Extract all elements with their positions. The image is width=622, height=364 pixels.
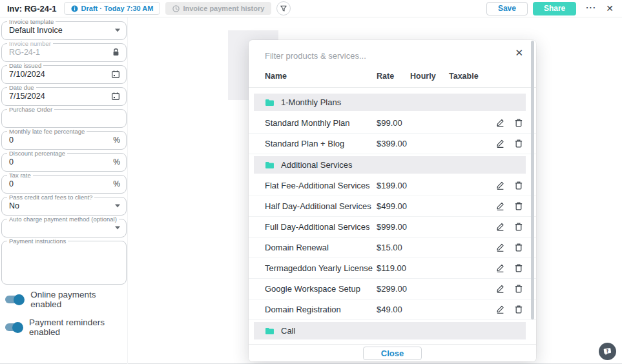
field-discount-percentage[interactable]: Discount percentage0% [1, 153, 127, 172]
form-fields: Invoice templateDefault InvoiceInvoice n… [1, 21, 127, 285]
chevron-down-icon [115, 29, 120, 32]
field-auto-charge-payment-method-optional[interactable]: Auto charge payment method (optional) [1, 219, 127, 238]
more-options-icon[interactable]: ··· [586, 3, 596, 12]
chevron-down-icon [115, 227, 120, 230]
modal-close-icon[interactable]: ✕ [515, 47, 523, 59]
category-row[interactable]: Call [254, 322, 526, 339]
product-row[interactable]: Flat Fee-Additional Services$199.00 [249, 176, 536, 196]
delete-product-button[interactable] [514, 243, 523, 252]
edit-icon [495, 305, 505, 314]
product-rate: $15.00 [377, 243, 410, 252]
field-value: 7/15/2024 [9, 92, 45, 101]
field-invoice-template[interactable]: Invoice templateDefault Invoice [1, 21, 127, 40]
folder-icon [265, 99, 275, 106]
top-bar: Inv: RG-24-1 Draft · Today 7:30 AM Invoi… [0, 0, 622, 17]
product-name: Half Day-Additional Services [265, 201, 377, 211]
draft-status-badge[interactable]: Draft · Today 7:30 AM [64, 2, 161, 15]
edit-product-button[interactable] [495, 305, 505, 314]
filter-button[interactable] [276, 1, 291, 15]
field-payment-instructions[interactable]: Payment instructions [1, 241, 127, 285]
product-rate: $199.00 [377, 181, 410, 190]
field-date-issued[interactable]: Date issued7/10/2024 [1, 65, 127, 84]
category-row[interactable]: Additional Services [254, 156, 526, 174]
delete-product-button[interactable] [514, 139, 523, 148]
field-label: Tax rate [7, 172, 33, 179]
category-row[interactable]: 1-Monthly Plans [254, 94, 526, 111]
product-row[interactable]: Half Day-Additional Services$499.00 [249, 196, 536, 217]
edit-icon [495, 139, 505, 148]
product-row[interactable]: Domain Renewal$15.00 [249, 238, 536, 258]
edit-product-button[interactable] [495, 263, 505, 273]
product-row[interactable]: Google Workspace Setup$299.00 [249, 279, 536, 299]
filter-products-input[interactable] [265, 51, 497, 61]
product-row[interactable]: Standard Plan + Blog$399.00 [249, 134, 536, 154]
field-label: Invoice template [7, 18, 56, 25]
field-label: Payment instructions [7, 238, 68, 245]
edit-product-button[interactable] [495, 201, 505, 211]
clock-icon [172, 5, 180, 12]
field-label: Date due [7, 84, 36, 91]
delete-product-button[interactable] [514, 118, 523, 128]
info-icon [71, 5, 78, 12]
save-button[interactable]: Save [486, 2, 528, 15]
product-name: Standard Monthly Plan [265, 118, 377, 128]
product-row[interactable]: Full Day-Additional Services$999.00 [249, 217, 536, 238]
payment-reminders-label: Payment reminders enabled [29, 318, 127, 337]
payment-reminders-toggle[interactable] [5, 323, 22, 331]
delete-product-button[interactable] [514, 222, 523, 232]
calendar-icon [111, 70, 120, 79]
field-monthly-late-fee-percentage[interactable]: Monthly late fee percentage0% [1, 131, 127, 150]
draft-status-label: Draft · Today 7:30 AM [81, 5, 154, 12]
product-name: Google Workspace Setup [265, 284, 377, 294]
online-payments-toggle[interactable] [5, 296, 23, 303]
field-tax-rate[interactable]: Tax rate0% [1, 175, 127, 194]
delete-icon [514, 284, 523, 294]
edit-product-button[interactable] [495, 222, 505, 232]
edit-product-button[interactable] [495, 284, 505, 294]
payment-reminders-toggle-row: Payment reminders enabled [5, 318, 127, 337]
modal-footer: Close [249, 344, 536, 361]
delete-product-button[interactable] [514, 263, 523, 273]
table-header-row: Name Rate Hourly Taxable [249, 65, 536, 88]
edit-product-button[interactable] [495, 181, 505, 190]
field-purchase-order[interactable]: Purchase Order [1, 109, 127, 128]
edit-product-button[interactable] [495, 243, 505, 252]
delete-icon [514, 201, 523, 211]
delete-icon [514, 139, 523, 148]
field-date-due[interactable]: Date due7/15/2024 [1, 87, 127, 106]
modal-scrollbar[interactable] [531, 41, 534, 319]
product-row[interactable]: Digital Strategy Session$150.00✓ [249, 341, 536, 344]
field-label: Auto charge payment method (optional) [7, 216, 119, 223]
field-pass-credit-card-fees-to-client[interactable]: Pass credit card fees to client?No [1, 197, 127, 216]
edit-product-button[interactable] [495, 139, 505, 148]
product-name: Termageddon Yearly License [265, 263, 377, 273]
help-chat-button[interactable]: ? [599, 343, 616, 360]
category-name: Additional Services [281, 160, 353, 170]
delete-product-button[interactable] [514, 201, 523, 211]
lock-icon [112, 48, 120, 57]
product-row[interactable]: Standard Monthly Plan$99.00 [249, 113, 536, 134]
edit-product-button[interactable] [495, 118, 505, 128]
filter-row [249, 40, 536, 65]
share-button[interactable]: Share [533, 2, 576, 15]
percent-suffix: % [113, 179, 120, 188]
products-services-modal: ✕ Name Rate Hourly Taxable 1-Monthly Pla… [249, 40, 536, 361]
folder-icon [265, 327, 275, 335]
product-row[interactable]: Domain Registration$49.00 [249, 299, 536, 320]
toggle-knob [14, 294, 25, 305]
field-invoice-number[interactable]: Invoice numberRG-24-1 [1, 43, 127, 62]
modal-close-button[interactable]: Close [363, 347, 422, 360]
delete-product-button[interactable] [514, 181, 523, 190]
close-editor-icon[interactable]: ✕ [606, 3, 614, 14]
invoice-payment-history-button[interactable]: Invoice payment history [165, 2, 271, 15]
product-row[interactable]: Termageddon Yearly License$119.00 [249, 258, 536, 279]
delete-icon [514, 263, 523, 273]
online-payments-label: Online payments enabled [30, 290, 127, 309]
invoice-payment-history-label: Invoice payment history [183, 5, 264, 12]
delete-product-button[interactable] [514, 284, 523, 294]
delete-product-button[interactable] [514, 305, 523, 314]
field-label: Date issued [7, 62, 43, 69]
invoice-editor-page: Inv: RG-24-1 Draft · Today 7:30 AM Invoi… [0, 0, 622, 364]
calendar-icon [111, 92, 120, 101]
edit-icon [495, 284, 505, 294]
